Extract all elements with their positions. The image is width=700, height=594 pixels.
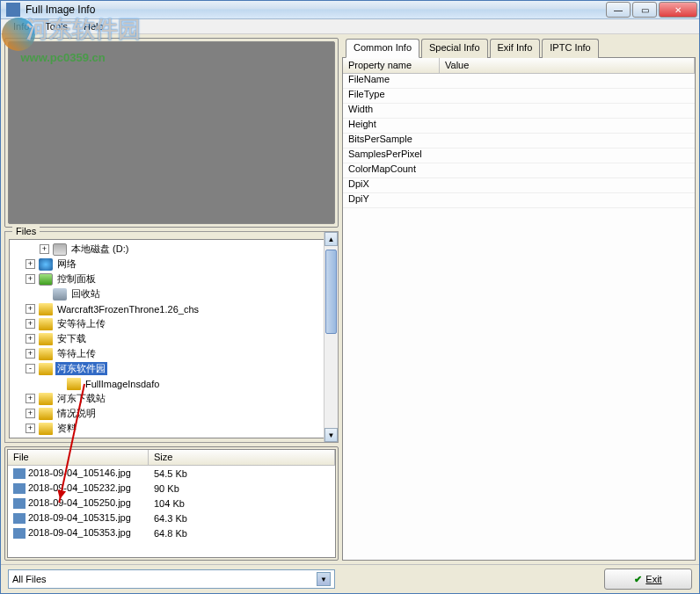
- file-name-cell: 2018-09-04_105315.jpg: [8, 512, 149, 524]
- tree-node[interactable]: FullImageInsdafo: [11, 376, 332, 391]
- tree-label: 安等待上传: [55, 317, 107, 330]
- tab-iptc-info[interactable]: IPTC Info: [542, 39, 598, 58]
- scroll-down-icon[interactable]: ▼: [324, 428, 334, 438]
- property-name-cell: Height: [343, 119, 440, 134]
- expand-icon[interactable]: +: [26, 259, 35, 269]
- col-header-value[interactable]: Value: [440, 58, 695, 73]
- exit-button[interactable]: ✔ Exit: [604, 569, 692, 590]
- content-area: Files +本地磁盘 (D:)+网络+控制面板回收站+Warcraft3Fro…: [1, 34, 699, 564]
- tree-scrollbar[interactable]: ▲ ▼: [324, 239, 334, 438]
- expand-icon[interactable]: +: [26, 319, 35, 329]
- tree-node[interactable]: +资料: [11, 421, 332, 436]
- menu-tools[interactable]: Tools: [38, 19, 75, 33]
- tree-node[interactable]: +本地磁盘 (D:): [11, 242, 332, 257]
- image-file-icon: [13, 513, 26, 524]
- property-row[interactable]: FileType: [343, 89, 695, 104]
- folder-icon: [67, 378, 81, 390]
- property-table[interactable]: Property name Value FileNameFileTypeWidt…: [343, 58, 695, 208]
- preview-image-area: [8, 41, 335, 224]
- tab-special-info[interactable]: Special Info: [421, 39, 487, 58]
- close-button[interactable]: ✕: [659, 2, 697, 18]
- expand-icon[interactable]: +: [26, 409, 35, 418]
- menu-help[interactable]: Help: [77, 19, 111, 33]
- tab-common-info[interactable]: Common Info: [346, 39, 419, 58]
- property-name-cell: SamplesPerPixel: [343, 148, 440, 163]
- tree-label: 本地磁盘 (D:): [69, 243, 130, 256]
- folder-icon: [39, 348, 53, 360]
- tree-node[interactable]: +等待上传: [11, 346, 332, 361]
- property-value-cell: [440, 178, 695, 193]
- file-row[interactable]: 2018-09-04_105232.jpg90 Kb: [8, 481, 335, 496]
- right-column: Common Info Special Info Exif Info IPTC …: [342, 38, 696, 561]
- tree-node[interactable]: +网络: [11, 257, 332, 272]
- expand-icon[interactable]: +: [26, 304, 35, 314]
- window-title: Full Image Info: [24, 4, 606, 16]
- scroll-up-icon[interactable]: ▲: [324, 239, 334, 246]
- tree-node[interactable]: +控制面板: [11, 272, 332, 286]
- tree-node[interactable]: +Warcraft3FrozenThrone1.26_chs: [11, 301, 332, 316]
- col-header-property[interactable]: Property name: [343, 58, 440, 73]
- tab-exif-info[interactable]: Exif Info: [490, 39, 541, 58]
- property-row[interactable]: DpiY: [343, 193, 695, 208]
- property-value-cell: [440, 89, 695, 104]
- col-header-file[interactable]: File: [8, 450, 149, 465]
- menu-info[interactable]: Info: [6, 19, 36, 33]
- property-value-cell: [440, 193, 695, 208]
- folder-tree[interactable]: +本地磁盘 (D:)+网络+控制面板回收站+Warcraft3FrozenThr…: [9, 239, 334, 438]
- tree-node[interactable]: +安等待上传: [11, 316, 332, 331]
- scroll-thumb[interactable]: [325, 250, 334, 334]
- folder-icon: [39, 408, 53, 420]
- col-header-size[interactable]: Size: [149, 450, 335, 465]
- file-name-cell: 2018-09-04_105146.jpg: [8, 467, 149, 479]
- maximize-button[interactable]: ▭: [632, 2, 657, 18]
- files-group-label: Files: [12, 226, 40, 236]
- tree-node[interactable]: 回收站: [11, 286, 332, 301]
- tree-label: 等待上传: [55, 347, 98, 360]
- preview-panel: [4, 38, 339, 228]
- menubar: Info Tools Help: [1, 19, 699, 34]
- check-icon: ✔: [634, 574, 642, 585]
- expand-icon[interactable]: +: [26, 334, 35, 344]
- drive-icon: [53, 243, 67, 256]
- file-list[interactable]: File Size 2018-09-04_105146.jpg54.5 Kb20…: [7, 449, 336, 558]
- property-row[interactable]: DpiX: [343, 178, 695, 193]
- property-name-cell: FileName: [343, 74, 440, 89]
- file-size-cell: 64.8 Kb: [149, 528, 335, 539]
- expand-icon[interactable]: +: [26, 394, 35, 403]
- property-row[interactable]: SamplesPerPixel: [343, 148, 695, 163]
- bottom-bar: All Files ▼ ✔ Exit: [1, 564, 699, 593]
- file-row[interactable]: 2018-09-04_105250.jpg104 Kb: [8, 496, 335, 511]
- filter-combo[interactable]: All Files ▼: [8, 569, 335, 589]
- file-size-cell: 104 Kb: [149, 498, 335, 509]
- chevron-down-icon[interactable]: ▼: [317, 572, 331, 586]
- property-name-cell: DpiX: [343, 178, 440, 193]
- file-row[interactable]: 2018-09-04_105146.jpg54.5 Kb: [8, 466, 335, 481]
- tree-node[interactable]: -河东软件园: [11, 361, 332, 376]
- file-list-header: File Size: [8, 450, 335, 466]
- property-row[interactable]: Width: [343, 104, 695, 119]
- app-icon: [6, 3, 20, 17]
- property-row[interactable]: FileName: [343, 74, 695, 89]
- expand-icon[interactable]: +: [40, 244, 49, 254]
- expand-icon[interactable]: +: [26, 349, 35, 359]
- folder-icon: [39, 318, 53, 330]
- file-name-cell: 2018-09-04_105250.jpg: [8, 497, 149, 509]
- file-row[interactable]: 2018-09-04_105315.jpg64.3 Kb: [8, 511, 335, 525]
- tree-node[interactable]: +安下载: [11, 331, 332, 346]
- panel-icon: [39, 273, 53, 286]
- tree-node[interactable]: +情况说明: [11, 406, 332, 421]
- file-row[interactable]: 2018-09-04_105353.jpg64.8 Kb: [8, 525, 335, 540]
- file-size-cell: 90 Kb: [149, 483, 335, 494]
- minimize-button[interactable]: —: [606, 2, 631, 18]
- file-size-cell: 54.5 Kb: [149, 468, 335, 479]
- property-row[interactable]: Height: [343, 119, 695, 134]
- collapse-icon[interactable]: -: [26, 364, 35, 373]
- property-row[interactable]: BitsPerSample: [343, 134, 695, 148]
- expand-icon[interactable]: +: [26, 424, 35, 433]
- property-row[interactable]: ColorMapCount: [343, 163, 695, 178]
- expand-icon[interactable]: +: [26, 274, 35, 284]
- image-file-icon: [13, 468, 26, 479]
- tree-node[interactable]: +河东下载站: [11, 391, 332, 406]
- net-icon: [39, 258, 53, 271]
- file-name-cell: 2018-09-04_105353.jpg: [8, 527, 149, 539]
